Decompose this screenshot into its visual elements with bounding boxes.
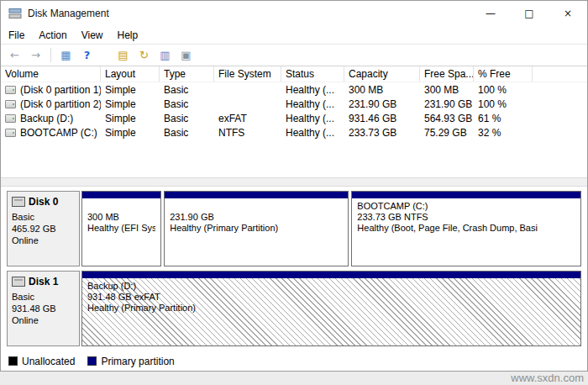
toolbar-separator bbox=[50, 48, 51, 62]
volume-name: (Disk 0 partition 1) bbox=[20, 84, 101, 96]
partition-bootcamp[interactable]: BOOTCAMP (C:) 233.73 GB NTFS Healthy (Bo… bbox=[351, 191, 581, 266]
disk-0-label[interactable]: Disk 0 Basic 465.92 GB Online bbox=[7, 191, 80, 266]
layout-cell: Simple bbox=[101, 111, 160, 125]
menu-action[interactable]: Action bbox=[39, 29, 66, 41]
volume-row-bootcamp[interactable]: BOOTCAMP (C:) Simple Basic NTFS Healthy … bbox=[1, 125, 587, 140]
volume-cell: Backup (D:) bbox=[1, 111, 101, 125]
partition-size: 931.48 GB exFAT bbox=[87, 292, 575, 303]
volume-row-disk0-partition1[interactable]: (Disk 0 partition 1) Simple Basic Health… bbox=[1, 82, 587, 97]
legend: Unallocated Primary partition bbox=[1, 351, 587, 371]
close-button[interactable]: × bbox=[549, 1, 587, 26]
capacity-cell: 300 MB bbox=[344, 82, 420, 97]
attach-vhd-icon[interactable]: ▣ bbox=[176, 46, 196, 65]
properties-icon[interactable]: ▤ bbox=[113, 46, 133, 65]
volume-cell: (Disk 0 partition 2) bbox=[1, 97, 101, 111]
volume-row-disk0-partition2[interactable]: (Disk 0 partition 2) Simple Basic Health… bbox=[1, 97, 587, 111]
disk-row-0: Disk 0 Basic 465.92 GB Online 300 MB Hea… bbox=[7, 191, 581, 266]
rescan-disks-icon[interactable]: ▥ bbox=[155, 46, 175, 65]
partition-type-bar bbox=[352, 192, 580, 198]
file-system-cell bbox=[214, 97, 281, 111]
minimize-button[interactable]: — bbox=[471, 1, 510, 26]
menu-help[interactable]: Help bbox=[118, 29, 139, 41]
forward-icon[interactable]: → bbox=[26, 46, 45, 65]
column-header-filler bbox=[533, 66, 587, 82]
file-system-cell: exFAT bbox=[214, 111, 281, 125]
volume-name: BOOTCAMP (C:) bbox=[20, 127, 97, 139]
partition-efi[interactable]: 300 MB Healthy (EFI Syster bbox=[81, 191, 161, 266]
partition-status: Healthy (EFI Syster bbox=[87, 223, 155, 234]
disk-size: 465.92 GB bbox=[12, 223, 75, 235]
pct-free-cell: 100 % bbox=[474, 97, 533, 111]
file-system-cell bbox=[214, 82, 281, 97]
disk-name: Disk 1 bbox=[29, 276, 58, 287]
capacity-cell: 233.73 GB bbox=[344, 125, 420, 140]
layout-cell: Simple bbox=[101, 82, 160, 97]
partition-size: 233.73 GB NTFS bbox=[357, 212, 575, 223]
graphical-view: Disk 0 Basic 465.92 GB Online 300 MB Hea… bbox=[1, 187, 587, 351]
drive-icon bbox=[5, 114, 16, 123]
disk-row-1: Disk 1 Basic 931.48 GB Online Backup (D:… bbox=[7, 271, 581, 346]
partition-backup[interactable]: Backup (D:) 931.48 GB exFAT Healthy (Pri… bbox=[81, 271, 581, 346]
menubar: File Action View Help bbox=[1, 26, 587, 44]
column-header-volume[interactable]: Volume bbox=[1, 66, 101, 82]
column-header-file-system[interactable]: File System bbox=[214, 66, 281, 82]
legend-label: Unallocated bbox=[22, 356, 75, 367]
layout-cell: Simple bbox=[101, 125, 160, 140]
back-icon[interactable]: ← bbox=[5, 46, 24, 65]
status-cell: Healthy (... bbox=[281, 97, 344, 111]
partition-name: Backup (D:) bbox=[87, 281, 575, 292]
capacity-cell: 931.46 GB bbox=[344, 111, 420, 125]
volume-cell: (Disk 0 partition 1) bbox=[1, 82, 101, 97]
type-cell: Basic bbox=[160, 97, 214, 111]
volume-list: Volume Layout Type File System Status Ca… bbox=[1, 66, 587, 177]
partition-type-bar bbox=[165, 192, 348, 198]
volume-row-backup[interactable]: Backup (D:) Simple Basic exFAT Healthy (… bbox=[1, 111, 587, 125]
drive-icon bbox=[5, 129, 16, 137]
pane-splitter[interactable] bbox=[1, 177, 587, 187]
partition-type-bar bbox=[82, 192, 160, 198]
column-header-status[interactable]: Status bbox=[281, 66, 344, 82]
type-cell: Basic bbox=[160, 111, 214, 125]
disk-0-partitions: 300 MB Healthy (EFI Syster 231.90 GB Hea… bbox=[81, 191, 581, 266]
unallocated-swatch bbox=[8, 356, 18, 366]
help-icon[interactable]: ? bbox=[77, 46, 97, 65]
partition-disk0-primary[interactable]: 231.90 GB Healthy (Primary Partition) bbox=[164, 191, 349, 266]
pct-free-cell: 100 % bbox=[474, 82, 533, 97]
partition-name bbox=[87, 201, 155, 212]
refresh-icon[interactable]: ↻ bbox=[134, 46, 154, 65]
disk-icon bbox=[12, 277, 25, 287]
column-header-layout[interactable]: Layout bbox=[101, 66, 160, 82]
app-icon bbox=[8, 7, 22, 20]
drive-icon bbox=[5, 86, 16, 94]
partition-status: Healthy (Primary Partition) bbox=[87, 303, 575, 314]
volume-name: Backup (D:) bbox=[20, 113, 73, 124]
partition-name bbox=[170, 201, 343, 212]
status-cell: Healthy (... bbox=[281, 125, 344, 140]
volume-list-header: Volume Layout Type File System Status Ca… bbox=[1, 66, 587, 82]
menu-view[interactable]: View bbox=[81, 29, 103, 41]
pct-free-cell: 32 % bbox=[474, 125, 533, 140]
partition-status: Healthy (Boot, Page File, Crash Dump, Ba… bbox=[357, 223, 575, 234]
volume-name: (Disk 0 partition 2) bbox=[20, 98, 101, 110]
partition-size: 231.90 GB bbox=[170, 212, 343, 223]
column-header-pct-free[interactable]: % Free bbox=[474, 66, 533, 82]
disk-icon bbox=[12, 197, 25, 207]
column-header-free-space[interactable]: Free Spa... bbox=[420, 66, 474, 82]
console-tree-icon[interactable]: ▦ bbox=[56, 46, 76, 65]
disk-type: Basic bbox=[12, 211, 75, 223]
status-cell: Healthy (... bbox=[281, 82, 344, 97]
free-space-cell: 300 MB bbox=[420, 82, 474, 97]
disk-1-label[interactable]: Disk 1 Basic 931.48 GB Online bbox=[7, 271, 80, 346]
disk-size: 931.48 GB bbox=[12, 303, 75, 314]
drive-icon bbox=[5, 100, 16, 108]
free-space-cell: 231.90 GB bbox=[420, 97, 474, 111]
column-header-capacity[interactable]: Capacity bbox=[344, 66, 420, 82]
legend-item-unallocated: Unallocated bbox=[8, 356, 75, 367]
window-title: Disk Management bbox=[28, 8, 109, 19]
type-cell: Basic bbox=[160, 125, 214, 140]
column-header-type[interactable]: Type bbox=[160, 66, 214, 82]
status-cell: Healthy (... bbox=[281, 111, 344, 125]
menu-file[interactable]: File bbox=[8, 29, 24, 41]
maximize-button[interactable]: □ bbox=[510, 1, 549, 26]
legend-item-primary-partition: Primary partition bbox=[87, 356, 174, 367]
